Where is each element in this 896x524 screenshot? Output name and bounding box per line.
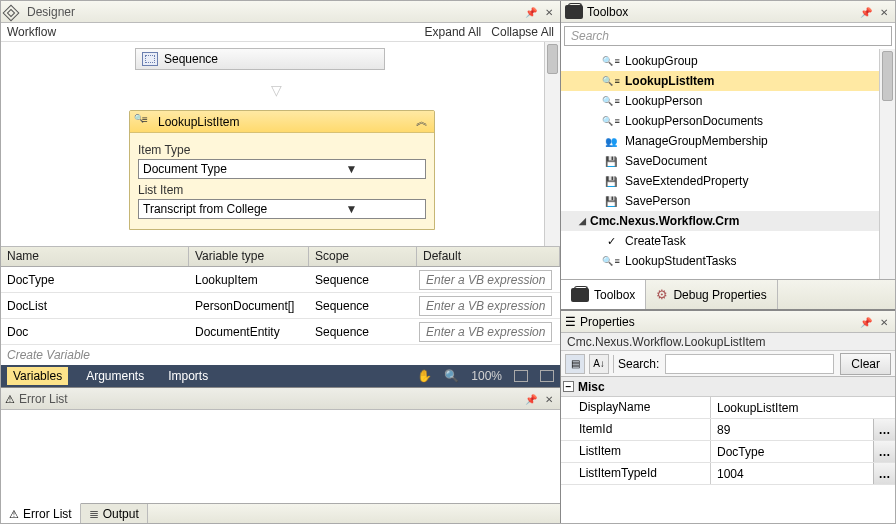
var-type: LookupItem — [189, 273, 309, 287]
property-value-input[interactable] — [711, 397, 895, 418]
toolbox-search[interactable]: Search — [564, 26, 892, 46]
col-default[interactable]: Default — [417, 247, 560, 266]
designer-canvas[interactable]: Sequence ▽ LookupListItem ︽ Item Type Do… — [1, 41, 560, 246]
sequence-header[interactable]: Sequence — [135, 48, 385, 70]
collapse-icon[interactable]: ︽ — [416, 113, 428, 130]
toolbox-icon — [565, 5, 583, 19]
lookuplistitem-activity[interactable]: LookupListItem ︽ Item Type Document Type… — [129, 110, 435, 230]
property-name: ListItemTypeId — [561, 463, 711, 484]
ellipsis-button[interactable] — [873, 441, 895, 462]
look-icon — [603, 114, 619, 128]
tab-toolbox[interactable]: Toolbox — [561, 280, 646, 309]
look-icon — [603, 254, 619, 268]
designer-icon — [3, 4, 20, 21]
property-row: ItemId — [561, 419, 895, 441]
toolbox-item[interactable]: SaveExtendedProperty — [561, 171, 895, 191]
toolbox-item[interactable]: SavePerson — [561, 191, 895, 211]
property-name: DisplayName — [561, 397, 711, 418]
ellipsis-button[interactable] — [873, 419, 895, 440]
alpha-sort-button[interactable]: A↓ — [589, 354, 609, 374]
properties-icon: ☰ — [565, 315, 576, 329]
activity-title: LookupListItem — [158, 115, 239, 129]
toolbox-item[interactable]: CreateTask — [561, 231, 895, 251]
toolbox-title: Toolbox — [587, 5, 855, 19]
close-icon[interactable] — [877, 5, 891, 19]
tab-arguments[interactable]: Arguments — [80, 367, 150, 385]
toolbox-item[interactable]: LookupStudentTasks — [561, 251, 895, 271]
list-item-dropdown[interactable]: Transcript from College ▼ — [138, 199, 426, 219]
col-scope[interactable]: Scope — [309, 247, 417, 266]
var-default-input[interactable] — [419, 270, 552, 290]
tab-error-list[interactable]: Error List — [1, 503, 81, 523]
overview-icon[interactable] — [540, 370, 554, 382]
list-item-label: List Item — [138, 183, 426, 197]
list-item-value: Transcript from College — [143, 202, 282, 216]
error-list-pane: Error List Error List Output — [1, 388, 560, 523]
tab-variables[interactable]: Variables — [7, 367, 68, 385]
property-value-input[interactable] — [711, 419, 873, 440]
chevron-down-icon[interactable]: ▼ — [282, 202, 421, 216]
col-name[interactable]: Name — [1, 247, 189, 266]
variable-row[interactable]: DocDocumentEntitySequence — [1, 319, 560, 345]
toolbox-item[interactable]: SaveDocument — [561, 151, 895, 171]
pin-icon[interactable] — [524, 392, 538, 406]
zoom-level: 100% — [471, 369, 502, 383]
col-type[interactable]: Variable type — [189, 247, 309, 266]
tab-debug-properties[interactable]: Debug Properties — [646, 280, 777, 309]
sequence-label: Sequence — [164, 52, 218, 66]
toolbox-item[interactable]: LookupPersonDocuments — [561, 111, 895, 131]
error-list-body — [1, 410, 560, 503]
var-type: DocumentEntity — [189, 325, 309, 339]
check-icon — [603, 234, 619, 248]
pin-icon[interactable] — [859, 5, 873, 19]
toolbox-item[interactable]: LookupListItem — [561, 71, 895, 91]
var-default-input[interactable] — [419, 322, 552, 342]
look-icon — [603, 54, 619, 68]
toolbox-pane: Toolbox Search LookupGroupLookupListItem… — [561, 1, 895, 310]
gear-icon — [656, 287, 668, 302]
expand-all-link[interactable]: Expand All — [425, 25, 482, 39]
property-value-input[interactable] — [711, 463, 873, 484]
toolbox-scrollbar[interactable] — [879, 49, 895, 279]
create-variable[interactable]: Create Variable — [1, 345, 560, 365]
close-icon[interactable] — [542, 392, 556, 406]
category-misc[interactable]: − Misc — [561, 377, 895, 397]
toolbox-category[interactable]: ◢Cmc.Nexus.Workflow.Crm — [561, 211, 895, 231]
var-name: DocList — [1, 299, 189, 313]
categorized-sort-button[interactable]: ▤ — [565, 354, 585, 374]
pin-icon[interactable] — [859, 315, 873, 329]
property-name: ListItem — [561, 441, 711, 462]
zoom-icon[interactable]: 🔍 — [444, 369, 459, 383]
properties-search-input[interactable] — [665, 354, 834, 374]
ellipsis-button[interactable] — [873, 463, 895, 484]
clear-button[interactable]: Clear — [840, 353, 891, 375]
look-icon — [603, 74, 619, 88]
expand-icon[interactable]: ◢ — [579, 216, 586, 226]
canvas-scrollbar[interactable] — [544, 42, 560, 246]
designer-title: Designer — [27, 5, 520, 19]
collapse-icon[interactable]: − — [563, 381, 574, 392]
property-value-input[interactable] — [711, 441, 873, 462]
item-type-dropdown[interactable]: Document Type ▼ — [138, 159, 426, 179]
error-list-title: Error List — [19, 392, 520, 406]
tab-imports[interactable]: Imports — [162, 367, 214, 385]
tab-output[interactable]: Output — [81, 504, 148, 523]
chevron-down-icon[interactable]: ▼ — [282, 162, 421, 176]
pan-icon[interactable]: ✋ — [417, 369, 432, 383]
toolbox-item[interactable]: LookupGroup — [561, 51, 895, 71]
close-icon[interactable] — [542, 5, 556, 19]
flow-arrow-icon: ▽ — [271, 82, 282, 98]
close-icon[interactable] — [877, 315, 891, 329]
variable-row[interactable]: DocTypeLookupItemSequence — [1, 267, 560, 293]
collapse-all-link[interactable]: Collapse All — [491, 25, 554, 39]
toolbox-item[interactable]: ManageGroupMembership — [561, 131, 895, 151]
var-name: Doc — [1, 325, 189, 339]
toolbox-item[interactable]: LookupPerson — [561, 91, 895, 111]
var-type: PersonDocument[] — [189, 299, 309, 313]
pin-icon[interactable] — [524, 5, 538, 19]
sequence-icon — [142, 52, 158, 66]
variable-row[interactable]: DocListPersonDocument[]Sequence — [1, 293, 560, 319]
var-default-input[interactable] — [419, 296, 552, 316]
workflow-breadcrumb[interactable]: Workflow — [7, 25, 56, 39]
fit-icon[interactable] — [514, 370, 528, 382]
